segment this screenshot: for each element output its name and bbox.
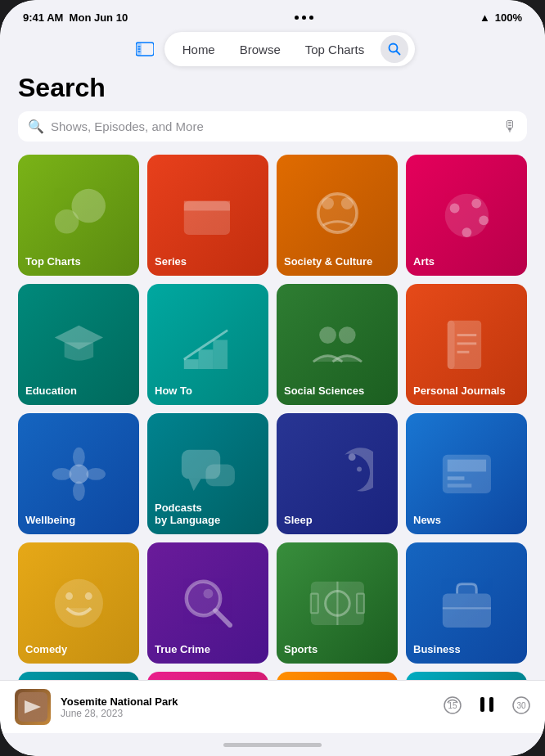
category-item[interactable]: Series (147, 155, 268, 276)
category-label: Sports (277, 637, 398, 664)
category-item[interactable]: Sports (277, 542, 398, 664)
svg-rect-37 (205, 464, 235, 486)
category-grid-container: Top ChartsSeriesSociety & CultureArtsEdu… (0, 148, 545, 680)
svg-text:15: 15 (448, 701, 457, 710)
svg-point-15 (449, 203, 459, 213)
svg-rect-20 (183, 359, 198, 369)
category-item[interactable]: Top Charts (18, 155, 139, 276)
svg-point-23 (319, 326, 336, 344)
sidebar-toggle-button[interactable] (130, 34, 160, 64)
search-bar-placeholder: Shows, Episodes, and More (51, 119, 496, 133)
category-label: How To (147, 378, 268, 405)
svg-rect-55 (442, 593, 490, 627)
category-item[interactable]: Comedy (18, 542, 139, 664)
svg-point-30 (69, 464, 88, 484)
status-indicators: ▲ 100% (480, 11, 522, 24)
svg-rect-105 (489, 697, 493, 712)
category-item[interactable]: Self-Improvement (406, 672, 527, 680)
svg-text:30: 30 (516, 701, 526, 710)
forward-button[interactable]: 30 (512, 696, 530, 718)
microphone-icon[interactable]: 🎙 (502, 118, 517, 135)
category-label: True Crime (147, 637, 268, 664)
category-label: Podcastsby Language (147, 495, 268, 534)
svg-rect-104 (480, 697, 484, 712)
svg-rect-22 (213, 340, 227, 369)
svg-point-49 (203, 588, 213, 598)
category-item[interactable]: How To (147, 284, 268, 405)
category-label: Personal Journals (406, 378, 527, 405)
svg-point-32 (86, 468, 106, 480)
svg-point-13 (340, 197, 353, 209)
status-bar: 9:41 AM Mon Jun 10 ▲ 100% (0, 0, 545, 27)
category-item[interactable]: Religion &Spirituality (18, 672, 139, 680)
search-bar-icon: 🔍 (28, 119, 44, 134)
category-item[interactable]: Business (406, 542, 527, 664)
now-playing-thumbnail (15, 689, 51, 725)
svg-line-6 (397, 52, 400, 55)
svg-point-46 (84, 592, 92, 600)
svg-rect-42 (447, 476, 464, 479)
category-icon (406, 672, 527, 680)
status-time: 9:41 AM Mon Jun 10 (23, 11, 128, 24)
category-item[interactable]: Health & Fitness (147, 672, 268, 680)
svg-rect-26 (447, 320, 454, 368)
now-playing-info: Yosemite National Park June 28, 2023 (61, 695, 434, 719)
home-bar (223, 743, 322, 747)
svg-point-31 (73, 447, 85, 466)
svg-point-17 (479, 215, 489, 225)
category-item[interactable]: Arts (406, 155, 527, 276)
category-item[interactable]: True Crime (147, 542, 268, 664)
category-item[interactable]: History (277, 672, 398, 680)
playback-controls: 15 30 (444, 694, 530, 720)
category-label: Social Sciences (277, 378, 398, 405)
svg-rect-21 (198, 349, 213, 369)
category-item[interactable]: Personal Journals (406, 284, 527, 405)
svg-rect-41 (447, 459, 485, 471)
svg-rect-43 (447, 484, 471, 487)
svg-point-8 (71, 188, 105, 222)
svg-point-34 (52, 468, 71, 480)
category-icon (277, 672, 398, 680)
category-item[interactable]: News (406, 413, 527, 534)
category-item[interactable]: Sleep (277, 413, 398, 534)
category-label: Society & Culture (277, 249, 398, 276)
svg-point-16 (471, 198, 481, 208)
category-item[interactable]: Social Sciences (277, 284, 398, 405)
category-item[interactable]: Education (18, 284, 139, 405)
category-label: Business (406, 637, 527, 664)
svg-point-38 (348, 453, 355, 461)
status-notch (295, 16, 313, 20)
svg-point-33 (73, 481, 85, 501)
wifi-icon: ▲ (480, 11, 490, 24)
now-playing-bar[interactable]: Yosemite National Park June 28, 2023 15 (0, 680, 545, 733)
svg-line-48 (215, 610, 230, 625)
category-item[interactable]: Wellbeing (18, 413, 139, 534)
category-item[interactable]: Podcastsby Language (147, 413, 268, 534)
nav-top-charts[interactable]: Top Charts (294, 38, 376, 61)
nav-search-button[interactable] (381, 35, 408, 63)
nav-browse[interactable]: Browse (228, 38, 292, 61)
home-indicator (0, 733, 545, 756)
category-label: Arts (406, 249, 527, 276)
category-icon (18, 672, 139, 680)
now-playing-subtitle: June 28, 2023 (61, 708, 434, 719)
play-pause-button[interactable] (476, 694, 498, 720)
rewind-button[interactable]: 15 (444, 696, 462, 718)
category-icon (147, 672, 268, 680)
battery-percent: 100% (495, 11, 522, 24)
category-label: Sleep (277, 507, 398, 534)
device-frame: 9:41 AM Mon Jun 10 ▲ 100% Home Browse T (0, 0, 545, 756)
category-item[interactable]: Society & Culture (277, 155, 398, 276)
category-label: Comedy (18, 637, 139, 664)
svg-marker-36 (188, 479, 200, 491)
category-grid: Top ChartsSeriesSociety & CultureArtsEdu… (18, 155, 527, 680)
page-title: Search (18, 73, 527, 103)
nav-home[interactable]: Home (171, 38, 227, 61)
category-label: Series (147, 249, 268, 276)
svg-point-12 (322, 197, 334, 209)
svg-point-18 (462, 227, 471, 237)
search-bar[interactable]: 🔍 Shows, Episodes, and More 🎙 (18, 111, 527, 142)
category-label: Education (18, 378, 139, 405)
search-section: Search 🔍 Shows, Episodes, and More 🎙 (0, 73, 545, 148)
svg-point-39 (357, 466, 362, 471)
